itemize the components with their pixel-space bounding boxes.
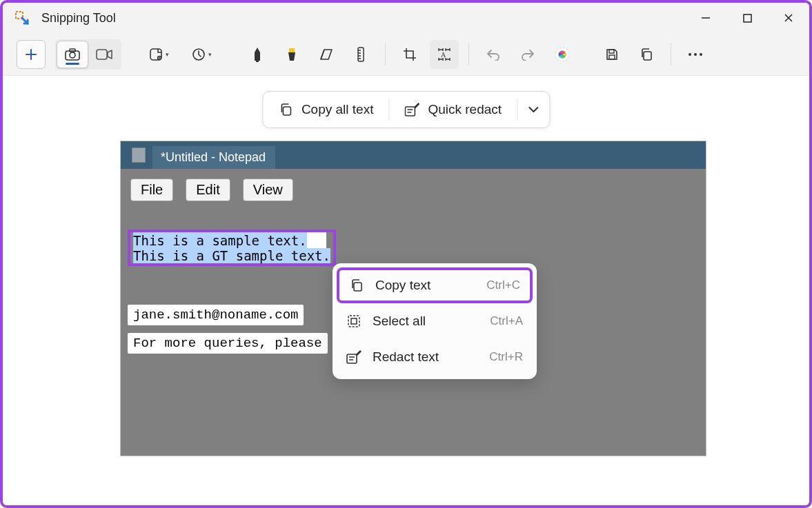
svg-point-17 — [694, 53, 697, 56]
quick-redact-label: Quick redact — [428, 102, 502, 117]
app-icon — [15, 11, 29, 25]
separator — [468, 43, 469, 65]
svg-point-16 — [689, 53, 691, 56]
paint-palette-icon — [555, 48, 569, 61]
svg-point-5 — [70, 52, 75, 58]
notepad-menu-file: File — [130, 179, 173, 201]
delay-dropdown[interactable]: ▾ — [185, 40, 222, 69]
workspace: Copy all text Quick redact *Untitled - N… — [3, 76, 809, 505]
quick-redact-button[interactable]: Quick redact — [389, 92, 517, 128]
menu-item-shortcut: Ctrl+R — [489, 350, 523, 364]
more-button[interactable] — [681, 40, 710, 69]
edit-in-paint-button[interactable] — [548, 40, 577, 69]
selected-text-line-2: This is a GT sample text. — [133, 248, 330, 263]
text-actions-floatbar: Copy all text Quick redact — [262, 91, 550, 128]
svg-rect-23 — [351, 318, 357, 324]
separator — [671, 43, 671, 65]
notepad-menu: File Edit View — [121, 169, 706, 211]
pen-tool-button[interactable] — [243, 40, 272, 69]
new-snip-button[interactable] — [17, 40, 46, 69]
eraser-tool-button[interactable] — [312, 40, 341, 69]
close-button[interactable] — [768, 3, 809, 33]
svg-rect-19 — [283, 107, 290, 115]
notepad-menu-edit: Edit — [186, 179, 230, 201]
separator — [385, 43, 386, 65]
menu-item-shortcut: Ctrl+C — [486, 278, 520, 292]
svg-rect-22 — [348, 316, 359, 327]
menu-item-label: Redact text — [373, 349, 439, 365]
floatbar-more-button[interactable] — [517, 106, 549, 113]
highlighter-tool-button[interactable] — [277, 40, 306, 69]
svg-point-18 — [700, 53, 702, 56]
redo-button[interactable] — [513, 40, 542, 69]
svg-rect-24 — [347, 354, 357, 363]
menu-item-shortcut: Ctrl+A — [490, 314, 523, 328]
notepad-tab-title: *Untitled - Notepad — [152, 146, 275, 169]
svg-rect-15 — [644, 52, 651, 60]
video-mode-button[interactable] — [88, 41, 120, 68]
svg-text:A: A — [441, 51, 446, 59]
maximize-button[interactable] — [726, 3, 768, 33]
document-icon — [132, 148, 146, 163]
ruler-tool-button[interactable] — [346, 40, 375, 69]
toolbar: ▾ ▾ A — [3, 33, 809, 76]
crop-tool-button[interactable] — [395, 40, 424, 69]
svg-rect-10 — [289, 48, 295, 52]
svg-rect-21 — [354, 283, 362, 291]
undo-button[interactable] — [479, 40, 508, 69]
menu-item-label: Select all — [373, 314, 426, 329]
ocr-text-email[interactable]: jane.smith@noname.com — [128, 305, 304, 325]
svg-rect-6 — [97, 50, 107, 59]
context-menu: Copy text Ctrl+C Select all Ctrl+A Redac… — [333, 263, 537, 379]
notepad-titlebar: *Untitled - Notepad — [121, 141, 706, 169]
app-title: Snipping Tool — [41, 11, 116, 26]
copy-button[interactable] — [632, 40, 661, 69]
svg-rect-2 — [744, 14, 751, 22]
selected-text-line-1: This is a sample text. — [133, 232, 326, 248]
window-controls — [685, 3, 809, 33]
copy-icon — [278, 102, 293, 117]
snip-shape-dropdown[interactable]: ▾ — [142, 40, 179, 69]
select-all-icon — [346, 314, 362, 329]
redact-icon — [404, 102, 419, 117]
svg-rect-11 — [358, 48, 364, 61]
redact-icon — [346, 349, 362, 365]
copy-all-text-label: Copy all text — [301, 102, 374, 117]
context-menu-item-redact-text[interactable]: Redact text Ctrl+R — [337, 339, 533, 375]
chevron-down-icon: ▾ — [208, 51, 212, 58]
copy-icon — [349, 278, 364, 293]
svg-rect-4 — [70, 49, 75, 52]
titlebar: Snipping Tool — [3, 3, 809, 33]
notepad-menu-view: View — [243, 179, 293, 201]
save-button[interactable] — [597, 40, 626, 69]
capture-mode-group — [55, 39, 121, 70]
context-menu-item-select-all[interactable]: Select all Ctrl+A — [337, 303, 533, 339]
photo-mode-button[interactable] — [57, 41, 88, 68]
svg-rect-20 — [405, 107, 415, 116]
svg-rect-14 — [609, 55, 615, 59]
ocr-text-more[interactable]: For more queries, please — [128, 333, 328, 354]
chevron-down-icon: ▾ — [166, 51, 169, 58]
selected-text-region[interactable]: This is a sample text. This is a GT samp… — [128, 230, 336, 266]
context-menu-item-copy-text[interactable]: Copy text Ctrl+C — [337, 267, 533, 303]
text-actions-button[interactable]: A — [430, 40, 459, 69]
copy-all-text-button[interactable]: Copy all text — [263, 92, 389, 128]
menu-item-label: Copy text — [375, 278, 430, 293]
minimize-button[interactable] — [685, 3, 726, 33]
